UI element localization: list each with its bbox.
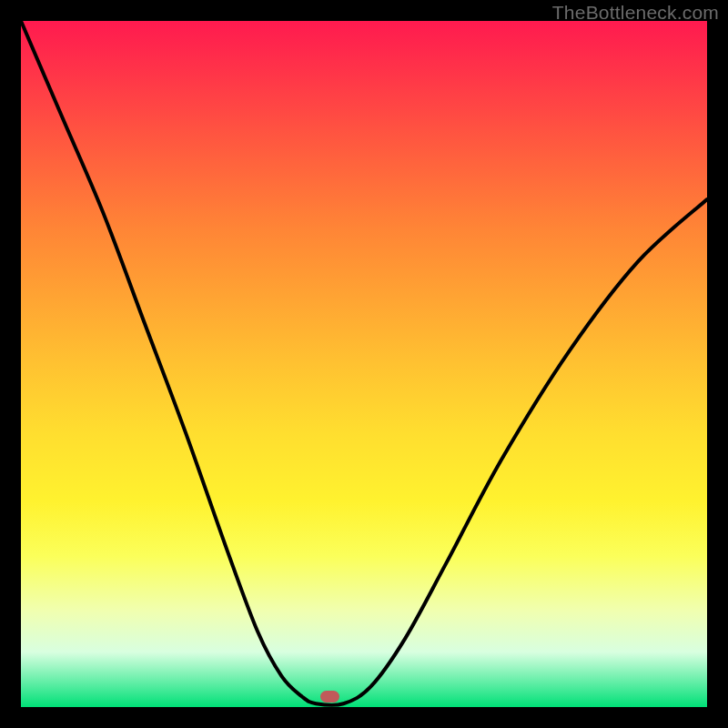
bottleneck-curve <box>21 21 707 707</box>
watermark-text: TheBottleneck.com <box>552 2 719 24</box>
optimum-marker <box>320 691 339 703</box>
